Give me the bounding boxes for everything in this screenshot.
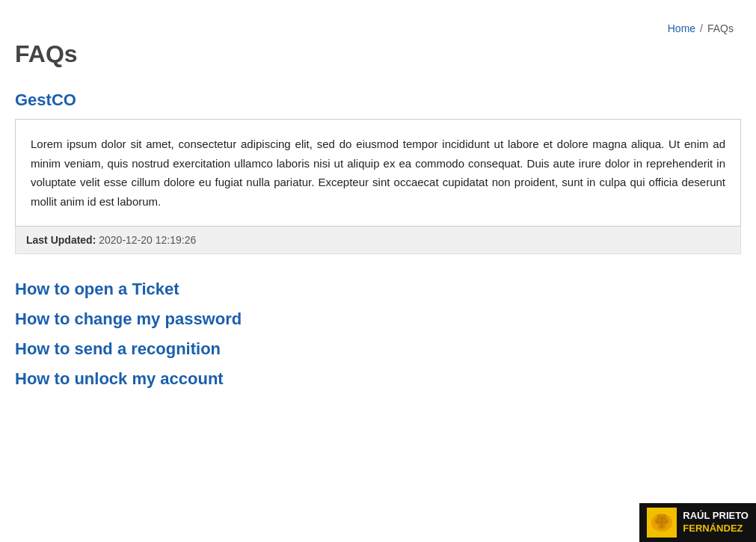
- breadcrumb-separator: /: [700, 22, 703, 34]
- breadcrumb-home-link[interactable]: Home: [668, 22, 695, 34]
- faq-links-container: How to open a TicketHow to change my pas…: [15, 277, 741, 392]
- last-updated-label: Last Updated:: [26, 234, 96, 246]
- article-body: Lorem ipsum dolor sit amet, consectetur …: [15, 119, 741, 227]
- faq-link-2[interactable]: How to send a recognition: [15, 336, 741, 362]
- faq-link-3[interactable]: How to unlock my account: [15, 366, 741, 392]
- breadcrumb-current: FAQs: [707, 22, 734, 34]
- faq-link-0[interactable]: How to open a Ticket: [15, 277, 741, 302]
- brain-icon: [647, 508, 677, 538]
- page-title: FAQs: [15, 40, 741, 68]
- last-updated-bar: Last Updated: 2020-12-20 12:19:26: [15, 227, 741, 254]
- breadcrumb: Home / FAQs: [15, 15, 741, 34]
- last-updated-value: 2020-12-20 12:19:26: [99, 234, 196, 246]
- footer-name-line2: FERNÁNDEZ: [683, 523, 749, 535]
- section-title: GestCO: [15, 90, 741, 110]
- footer-badge-text: RAÚL PRIETO FERNÁNDEZ: [683, 510, 749, 535]
- faq-link-1[interactable]: How to change my password: [15, 307, 741, 332]
- footer-name-line1: RAÚL PRIETO: [683, 510, 749, 523]
- footer-badge: RAÚL PRIETO FERNÁNDEZ: [639, 503, 756, 542]
